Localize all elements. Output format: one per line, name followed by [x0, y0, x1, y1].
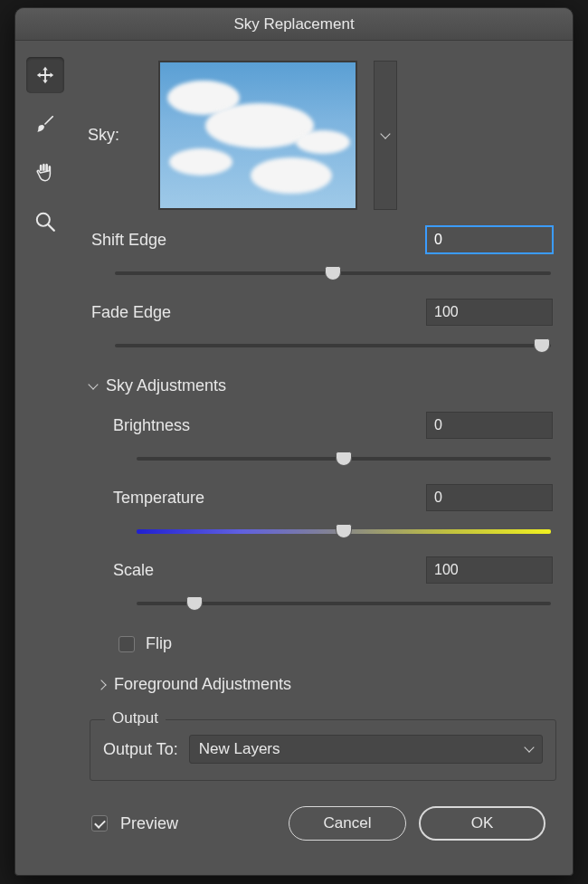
titlebar[interactable]: Sky Replacement — [15, 8, 573, 41]
shift-edge-input[interactable] — [426, 226, 553, 253]
output-to-label: Output To: — [103, 740, 178, 759]
brightness-slider[interactable] — [113, 446, 553, 471]
zoom-tool-button[interactable] — [26, 204, 64, 240]
preview-label: Preview — [120, 814, 178, 833]
shift-edge-label: Shift Edge — [91, 231, 166, 250]
brightness-input[interactable] — [426, 412, 553, 439]
main-panel: Sky: Shift Edge — [88, 50, 562, 864]
dialog-body: Sky: Shift Edge — [15, 41, 573, 875]
brightness-label: Brightness — [113, 416, 190, 435]
sky-adjustments-label: Sky Adjustments — [106, 376, 226, 395]
sky-replacement-dialog: Sky Replacement — [14, 7, 574, 876]
chevron-right-icon — [96, 680, 106, 689]
brightness-row: Brightness — [88, 408, 562, 471]
temperature-slider[interactable] — [113, 518, 553, 544]
sky-selector-row: Sky: — [88, 50, 562, 214]
fade-edge-input[interactable] — [426, 299, 553, 326]
flip-label: Flip — [146, 634, 172, 653]
output-to-select[interactable]: New Layers — [189, 735, 543, 764]
move-tool-button[interactable] — [26, 57, 64, 93]
temperature-label: Temperature — [113, 489, 204, 508]
tool-sidebar — [26, 50, 79, 864]
shift-edge-thumb[interactable] — [325, 266, 341, 280]
shift-edge-row: Shift Edge — [88, 223, 562, 286]
fade-edge-row: Fade Edge — [88, 295, 562, 358]
brightness-thumb[interactable] — [336, 452, 352, 466]
sky-adjustments-toggle[interactable]: Sky Adjustments — [88, 367, 562, 399]
brush-tool-button[interactable] — [26, 106, 64, 142]
temperature-thumb[interactable] — [336, 524, 352, 538]
svg-line-1 — [48, 224, 54, 231]
flip-row: Flip — [88, 625, 562, 657]
scale-label: Scale — [113, 561, 154, 580]
foreground-adjustments-label: Foreground Adjustments — [114, 675, 291, 694]
output-fieldset-label: Output — [105, 709, 166, 727]
fade-edge-slider[interactable] — [91, 333, 553, 358]
scale-thumb[interactable] — [186, 596, 203, 611]
brush-icon — [33, 112, 57, 136]
output-fieldset: Output Output To: New Layers — [90, 719, 556, 781]
sky-label: Sky: — [88, 126, 142, 145]
move-icon — [35, 65, 55, 85]
chevron-down-icon — [380, 128, 390, 138]
flip-checkbox[interactable] — [119, 636, 135, 652]
shift-edge-slider[interactable] — [91, 261, 553, 286]
scale-slider[interactable] — [113, 591, 553, 616]
sky-thumbnail[interactable] — [158, 61, 357, 210]
dialog-footer: Preview Cancel OK — [88, 790, 562, 841]
scale-input[interactable] — [426, 556, 553, 584]
temperature-row: Temperature — [88, 480, 562, 544]
dialog-title: Sky Replacement — [233, 15, 354, 33]
chevron-down-icon — [524, 742, 534, 752]
ok-button[interactable]: OK — [419, 806, 545, 841]
chevron-down-icon — [88, 379, 98, 389]
cancel-button[interactable]: Cancel — [289, 806, 406, 841]
foreground-adjustments-toggle[interactable]: Foreground Adjustments — [88, 666, 562, 698]
magnifier-icon — [33, 210, 57, 233]
fade-edge-thumb[interactable] — [534, 338, 550, 353]
output-selected-value: New Layers — [199, 740, 280, 758]
preview-checkbox[interactable] — [91, 815, 108, 832]
hand-tool-button[interactable] — [26, 155, 64, 191]
sky-dropdown-button[interactable] — [374, 61, 397, 210]
scale-row: Scale — [88, 553, 562, 616]
hand-icon — [33, 161, 57, 185]
temperature-input[interactable] — [426, 484, 553, 511]
fade-edge-label: Fade Edge — [91, 303, 171, 322]
